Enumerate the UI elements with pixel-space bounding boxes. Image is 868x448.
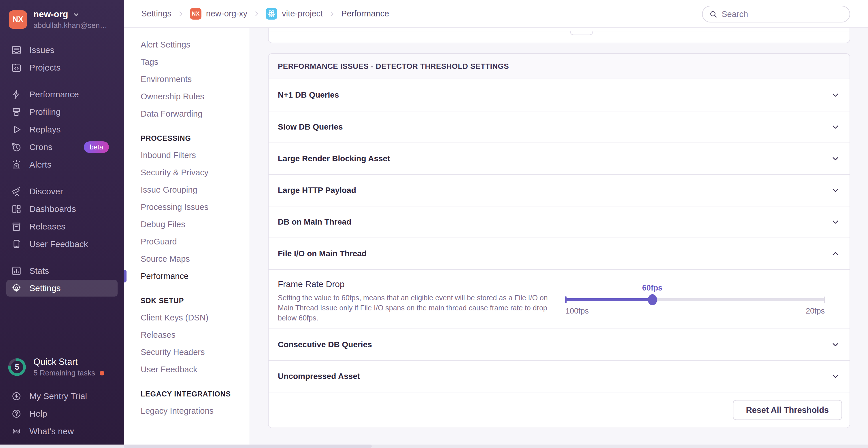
detector-row-slow-db-queries[interactable]: Slow DB Queries: [269, 111, 849, 142]
detector-row-consecutive-db-queries[interactable]: Consecutive DB Queries: [269, 329, 849, 360]
detector-row-large-http-payload[interactable]: Large HTTP Payload: [269, 174, 849, 206]
projects-icon: [11, 62, 22, 73]
settings-nav-item-proguard[interactable]: ProGuard: [124, 233, 250, 250]
active-nav-indicator: [124, 270, 126, 282]
sidebar-item-stats[interactable]: Stats: [0, 262, 124, 280]
sidebar-item-performance[interactable]: Performance: [0, 86, 124, 103]
sidebar-item-issues[interactable]: Issues: [0, 41, 124, 59]
reset-all-thresholds-button[interactable]: Reset All Thresholds: [733, 400, 842, 420]
settings-nav-item-debug-files[interactable]: Debug Files: [124, 216, 250, 233]
settings-nav-item-source-maps[interactable]: Source Maps: [124, 250, 250, 268]
detector-row-file-i-o-on-main-thread[interactable]: File I/O on Main Thread: [269, 238, 849, 269]
settings-nav-label: Issue Grouping: [141, 185, 197, 195]
settings-nav-item-inbound-filters[interactable]: Inbound Filters: [124, 146, 250, 164]
slider-thumb[interactable]: [648, 294, 657, 305]
settings-nav-label: Environments: [141, 75, 192, 84]
main-content: PERFORMANCE ISSUES - DETECTOR THRESHOLD …: [250, 28, 868, 445]
settings-nav-label: Alert Settings: [141, 40, 190, 49]
sidebar-item-my-sentry-trial[interactable]: My Sentry Trial: [0, 387, 124, 405]
settings-nav-item-performance[interactable]: Performance: [124, 268, 250, 285]
sidebar-item-user-feedback[interactable]: User Feedback: [0, 236, 124, 253]
detector-row-n-1-db-queries[interactable]: N+1 DB Queries: [269, 79, 849, 111]
breadcrumb-new-org-xy[interactable]: NXnew-org-xy: [190, 8, 247, 20]
settings-nav-label: Security Headers: [141, 347, 205, 357]
settings-nav-label: Releases: [141, 330, 176, 340]
sidebar-item-label: Replays: [29, 125, 61, 134]
search-box[interactable]: [702, 6, 850, 23]
horizontal-scrollbar-thumb[interactable]: [124, 445, 372, 448]
slider-left-cap: [565, 296, 566, 303]
settings-nav-item-client-keys-dsn[interactable]: Client Keys (DSN): [124, 309, 250, 326]
settings-nav-label: ProGuard: [141, 237, 177, 246]
quick-start-title: Quick Start: [33, 357, 104, 367]
slider-fill: [565, 298, 652, 301]
dashboards-icon: [11, 204, 22, 214]
sidebar-item-profiling[interactable]: Profiling: [0, 103, 124, 121]
sidebar-item-what-s-new[interactable]: What's new: [0, 422, 124, 440]
chevron-down-icon: [831, 340, 840, 349]
settings-nav-label: Security & Privacy: [141, 168, 208, 177]
org-name: new-org: [33, 9, 68, 20]
horizontal-scrollbar[interactable]: [0, 445, 868, 448]
settings-icon: [11, 283, 22, 294]
sidebar-item-replays[interactable]: Replays: [0, 121, 124, 138]
detector-row-label: N+1 DB Queries: [278, 91, 339, 100]
collapse-handle[interactable]: [570, 31, 593, 35]
detector-row-label: Slow DB Queries: [278, 123, 343, 132]
sidebar-item-discover[interactable]: Discover: [0, 183, 124, 200]
settings-nav-item-processing-issues[interactable]: Processing Issues: [124, 198, 250, 216]
settings-nav-item-releases[interactable]: Releases: [124, 326, 250, 343]
slider-track[interactable]: [565, 298, 825, 301]
org-email: abdullah.khan@sen…: [33, 21, 107, 30]
breadcrumb-separator-icon: [253, 10, 260, 17]
help-icon: [11, 408, 22, 419]
detector-row-db-on-main-thread[interactable]: DB on Main Thread: [269, 206, 849, 238]
quick-start-widget[interactable]: 5 Quick Start 5 Remaining tasks: [0, 357, 124, 377]
sidebar-nav: IssuesProjectsPerformanceProfilingReplay…: [0, 41, 124, 297]
sidebar-item-releases[interactable]: Releases: [0, 218, 124, 236]
settings-nav-label: Debug Files: [141, 220, 185, 229]
breadcrumb-settings[interactable]: Settings: [141, 9, 172, 19]
detector-row-label: Uncompressed Asset: [278, 372, 360, 381]
settings-nav-item-ownership-rules[interactable]: Ownership Rules: [124, 88, 250, 105]
sidebar-item-dashboards[interactable]: Dashboards: [0, 200, 124, 218]
sidebar-item-label: Dashboards: [29, 204, 76, 214]
settings-nav-item-issue-grouping[interactable]: Issue Grouping: [124, 181, 250, 198]
settings-nav-label: Data Forwarding: [141, 109, 202, 118]
settings-nav-item-legacy-integrations[interactable]: Legacy Integrations: [124, 402, 250, 419]
sidebar-item-settings[interactable]: Settings: [6, 280, 118, 297]
detector-row-uncompressed-asset[interactable]: Uncompressed Asset: [269, 360, 849, 392]
sidebar-item-crons[interactable]: Cronsbeta: [0, 138, 124, 156]
detector-row-label: DB on Main Thread: [278, 217, 351, 227]
chevron-up-icon: [831, 249, 840, 258]
settings-nav-item-user-feedback[interactable]: User Feedback: [124, 361, 250, 378]
sidebar-item-alerts[interactable]: Alerts: [0, 156, 124, 174]
sidebar-item-help[interactable]: Help: [0, 405, 124, 422]
sidebar-item-label: Crons: [29, 142, 53, 152]
slider-max-label: 20fps: [806, 307, 825, 316]
org-switcher[interactable]: NX new-org abdullah.khan@sen…: [0, 0, 124, 30]
detector-row-large-render-blocking-asset[interactable]: Large Render Blocking Asset: [269, 142, 849, 174]
settings-nav-label: Tags: [141, 57, 158, 67]
settings-nav-label: Client Keys (DSN): [141, 313, 208, 322]
settings-nav-label: Processing Issues: [141, 202, 208, 212]
sidebar-item-label: Profiling: [29, 107, 61, 117]
panel-divider: [269, 31, 849, 31]
sidebar-item-projects[interactable]: Projects: [0, 59, 124, 77]
chevron-down-icon: [831, 154, 840, 163]
breadcrumb-vite-project[interactable]: vite-project: [266, 8, 323, 20]
org-badge: NX: [190, 8, 202, 20]
breadcrumb-performance: Performance: [341, 9, 389, 19]
settings-nav-item-security-headers[interactable]: Security Headers: [124, 343, 250, 361]
settings-nav-item-tags[interactable]: Tags: [124, 53, 250, 71]
settings-nav-item-data-forwarding[interactable]: Data Forwarding: [124, 105, 250, 123]
slider-min-label: 100fps: [565, 307, 589, 316]
settings-nav-item-security-privacy[interactable]: Security & Privacy: [124, 164, 250, 181]
search-input[interactable]: [722, 9, 843, 19]
settings-nav-item-environments[interactable]: Environments: [124, 71, 250, 88]
performance-icon: [11, 89, 22, 100]
settings-nav-item-alert-settings[interactable]: Alert Settings: [124, 36, 250, 53]
quick-start-subtitle: 5 Remaining tasks: [33, 369, 95, 377]
chevron-down-icon: [831, 372, 840, 381]
breadcrumb-separator-icon: [329, 10, 336, 17]
